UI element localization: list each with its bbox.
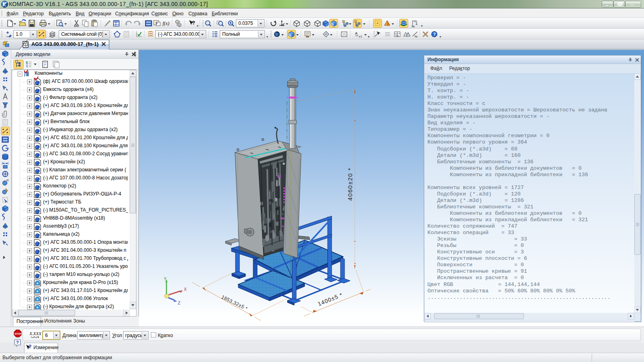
svg-text:1400±5 *: 1400±5 * xyxy=(317,291,344,307)
svg-text:№: № xyxy=(415,35,418,38)
svg-text:?: ? xyxy=(16,340,19,345)
svg-text:ТШ: ТШ xyxy=(395,34,398,37)
svg-text:Y: Y xyxy=(164,277,167,281)
svg-text:1: 1 xyxy=(176,21,178,23)
svg-text:R: R xyxy=(6,179,9,182)
svg-text:2: 2 xyxy=(179,24,180,27)
svg-text:?: ? xyxy=(155,22,158,26)
svg-text:1853,32±5 *: 1853,32±5 * xyxy=(221,294,249,312)
svg-text:X.XXX: X.XXX xyxy=(29,331,42,336)
svg-text:X: X xyxy=(184,287,187,292)
svg-text:?: ? xyxy=(29,344,31,350)
svg-text:А: А xyxy=(355,31,358,35)
svg-text:?: ? xyxy=(192,20,195,26)
svg-text:?: ? xyxy=(433,32,436,37)
svg-text:±1: ±1 xyxy=(359,35,362,38)
svg-text:Z: Z xyxy=(178,301,180,305)
svg-text:f(x): f(x) xyxy=(163,21,169,26)
svg-text:STOP: STOP xyxy=(14,332,21,335)
svg-text:4060±20 *: 4060±20 * xyxy=(347,167,353,201)
